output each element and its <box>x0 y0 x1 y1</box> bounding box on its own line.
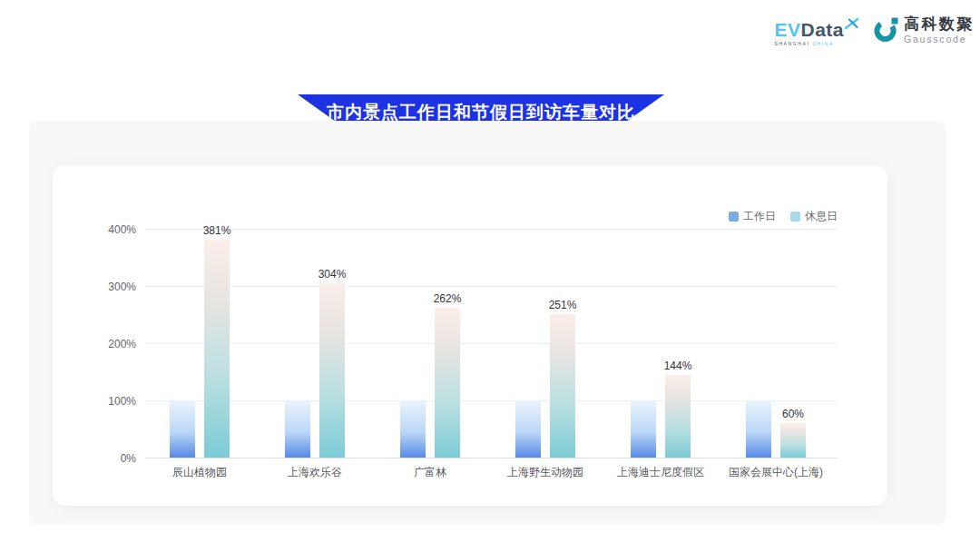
bar-group-0: 381% <box>170 240 230 458</box>
bar-value-label: 144% <box>664 360 692 372</box>
bar-group-5: 60% <box>746 400 806 458</box>
y-tick-label: 300% <box>53 280 136 294</box>
gausscode-logo: 高科数聚 Gausscode <box>874 16 975 44</box>
bar-workday-0[interactable] <box>170 400 195 458</box>
x-tick-label-0: 辰山植物园 <box>136 465 263 480</box>
gridline-400 <box>145 229 838 230</box>
bar-workday-2[interactable] <box>400 400 426 458</box>
bar-value-label: 262% <box>434 292 462 305</box>
evdata-x-icon <box>845 17 859 30</box>
page: EVData SHANGHAI CHINA 高科数聚 Gausscode <box>0 0 980 552</box>
evdata-subtext: SHANGHAI CHINA <box>774 42 859 46</box>
gausscode-cn-text: 高科数聚 <box>904 16 975 33</box>
bar-restday-0[interactable]: 381% <box>204 240 230 458</box>
x-tick-label-2: 广富林 <box>367 465 494 480</box>
gridline-100 <box>145 400 838 401</box>
evdata-ev-text: EV <box>774 20 800 39</box>
y-tick-label: 400% <box>53 222 136 237</box>
bar-group-2: 262% <box>400 308 460 458</box>
bar-group-4: 144% <box>631 375 691 458</box>
y-tick-label: 0% <box>53 451 136 466</box>
bar-restday-4[interactable]: 144% <box>665 375 691 458</box>
bar-restday-2[interactable]: 262% <box>435 308 460 458</box>
x-axis-labels: 辰山植物园上海欢乐谷广富林上海野生动物园上海迪士尼度假区国家会展中心(上海) <box>145 465 838 483</box>
bar-workday-1[interactable] <box>285 400 310 458</box>
bar-workday-5[interactable] <box>746 400 771 458</box>
bar-value-label: 381% <box>203 224 231 237</box>
bar-group-3: 251% <box>515 314 575 458</box>
x-axis-line <box>145 458 838 458</box>
header-logos: EVData SHANGHAI CHINA 高科数聚 Gausscode <box>774 16 975 46</box>
bar-value-label: 251% <box>549 299 577 311</box>
gausscode-en-text: Gausscode <box>904 34 975 45</box>
chart-panel: 工作日休息日 0%100%200%300%400% 381%304%262%25… <box>29 121 946 525</box>
bar-restday-1[interactable]: 304% <box>319 283 345 458</box>
bar-group-1: 304% <box>285 283 345 458</box>
plot-area: 381%304%262%251%144%60% <box>145 204 838 458</box>
y-tick-label: 100% <box>53 394 136 409</box>
gausscode-g-icon <box>874 16 899 44</box>
evdata-china-text: CHINA <box>812 41 834 46</box>
gridline-200 <box>145 343 838 344</box>
bar-value-label: 304% <box>318 268 347 281</box>
gausscode-text: 高科数聚 Gausscode <box>904 16 975 44</box>
chart-card: 工作日休息日 0%100%200%300%400% 381%304%262%25… <box>53 165 887 506</box>
x-tick-label-3: 上海野生动物园 <box>482 465 609 480</box>
y-tick-label: 200% <box>53 337 136 351</box>
bar-restday-5[interactable]: 60% <box>780 423 806 458</box>
bar-value-label: 60% <box>782 408 804 420</box>
gridline-300 <box>145 286 838 287</box>
evdata-wordmark: EVData <box>774 20 859 39</box>
bar-workday-4[interactable] <box>631 400 656 458</box>
x-tick-label-5: 国家会展中心(上海) <box>712 465 839 480</box>
evdata-data-text: Data <box>800 20 844 39</box>
y-axis-labels: 0%100%200%300%400% <box>53 204 136 458</box>
evdata-shanghai-text: SHANGHAI <box>774 41 809 46</box>
x-tick-label-4: 上海迪士尼度假区 <box>597 465 724 480</box>
x-tick-label-1: 上海欢乐谷 <box>251 465 378 480</box>
bar-restday-3[interactable]: 251% <box>550 314 575 458</box>
bar-workday-3[interactable] <box>515 400 541 458</box>
evdata-logo: EVData SHANGHAI CHINA <box>774 16 859 46</box>
